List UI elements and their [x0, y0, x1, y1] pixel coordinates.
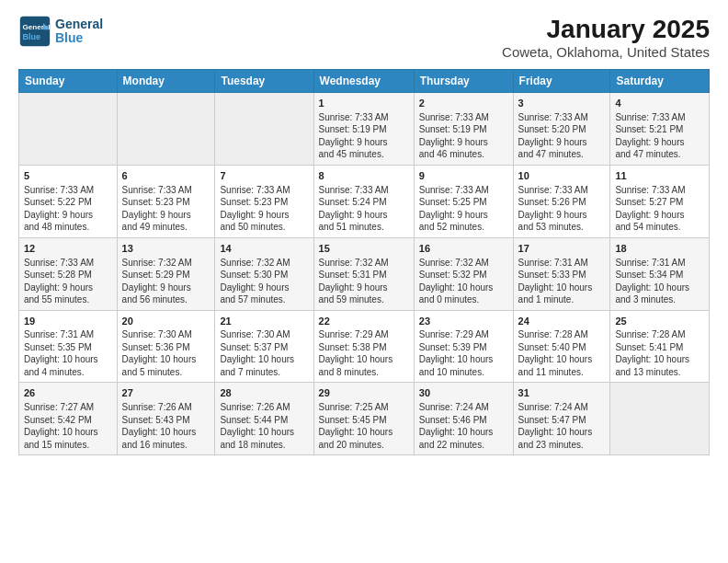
- day-info: Sunrise: 7:33 AM Sunset: 5:24 PM Dayligh…: [319, 184, 409, 234]
- day-number: 23: [419, 315, 508, 328]
- day-number: 2: [419, 97, 508, 110]
- weekday-header-sunday: Sunday: [19, 70, 118, 93]
- calendar-cell: 29Sunrise: 7:25 AM Sunset: 5:45 PM Dayli…: [313, 383, 414, 455]
- day-number: 14: [220, 242, 308, 256]
- day-info: Sunrise: 7:33 AM Sunset: 5:22 PM Dayligh…: [24, 184, 112, 234]
- calendar-week-5: 26Sunrise: 7:27 AM Sunset: 5:42 PM Dayli…: [19, 383, 710, 455]
- day-info: Sunrise: 7:33 AM Sunset: 5:27 PM Dayligh…: [615, 184, 704, 234]
- logo-text: General Blue: [55, 17, 103, 46]
- calendar-cell: 30Sunrise: 7:24 AM Sunset: 5:46 PM Dayli…: [414, 383, 513, 455]
- logo: General Blue General Blue: [18, 15, 103, 48]
- day-info: Sunrise: 7:31 AM Sunset: 5:33 PM Dayligh…: [518, 257, 606, 306]
- calendar-cell: 12Sunrise: 7:33 AM Sunset: 5:28 PM Dayli…: [19, 237, 118, 310]
- calendar-table: SundayMondayTuesdayWednesdayThursdayFrid…: [18, 69, 710, 455]
- calendar-cell: 8Sunrise: 7:33 AM Sunset: 5:24 PM Daylig…: [313, 165, 414, 237]
- day-number: 27: [122, 386, 210, 400]
- day-info: Sunrise: 7:32 AM Sunset: 5:32 PM Dayligh…: [419, 257, 508, 306]
- day-info: Sunrise: 7:24 AM Sunset: 5:47 PM Dayligh…: [518, 401, 606, 451]
- day-info: Sunrise: 7:31 AM Sunset: 5:35 PM Dayligh…: [24, 328, 112, 378]
- day-number: 11: [615, 169, 704, 183]
- day-number: 6: [122, 169, 210, 183]
- day-info: Sunrise: 7:29 AM Sunset: 5:39 PM Dayligh…: [419, 328, 508, 378]
- day-number: 9: [419, 169, 508, 183]
- day-number: 30: [419, 386, 508, 400]
- calendar-cell: 13Sunrise: 7:32 AM Sunset: 5:29 PM Dayli…: [117, 237, 215, 310]
- calendar-cell: 31Sunrise: 7:24 AM Sunset: 5:47 PM Dayli…: [513, 383, 610, 455]
- day-number: 26: [24, 386, 112, 400]
- day-info: Sunrise: 7:24 AM Sunset: 5:46 PM Dayligh…: [419, 401, 508, 451]
- calendar-cell: 19Sunrise: 7:31 AM Sunset: 5:35 PM Dayli…: [19, 310, 118, 383]
- day-info: Sunrise: 7:33 AM Sunset: 5:26 PM Dayligh…: [518, 184, 606, 234]
- calendar-cell: 1Sunrise: 7:33 AM Sunset: 5:19 PM Daylig…: [313, 93, 414, 166]
- calendar-cell: 25Sunrise: 7:28 AM Sunset: 5:41 PM Dayli…: [610, 310, 710, 383]
- day-number: 7: [220, 169, 308, 183]
- day-info: Sunrise: 7:33 AM Sunset: 5:21 PM Dayligh…: [615, 111, 704, 161]
- weekday-header-friday: Friday: [513, 70, 610, 93]
- calendar-cell: 24Sunrise: 7:28 AM Sunset: 5:40 PM Dayli…: [513, 310, 610, 383]
- day-number: 16: [419, 242, 508, 256]
- day-info: Sunrise: 7:33 AM Sunset: 5:28 PM Dayligh…: [24, 257, 112, 306]
- day-number: 12: [24, 242, 112, 256]
- calendar-cell: 17Sunrise: 7:31 AM Sunset: 5:33 PM Dayli…: [513, 237, 610, 310]
- calendar-week-2: 5Sunrise: 7:33 AM Sunset: 5:22 PM Daylig…: [19, 165, 710, 237]
- logo-icon: General Blue: [18, 15, 51, 48]
- day-number: 3: [518, 97, 606, 110]
- day-info: Sunrise: 7:30 AM Sunset: 5:37 PM Dayligh…: [220, 328, 308, 378]
- calendar-cell: 27Sunrise: 7:26 AM Sunset: 5:43 PM Dayli…: [117, 383, 215, 455]
- calendar-cell: 23Sunrise: 7:29 AM Sunset: 5:39 PM Dayli…: [414, 310, 513, 383]
- calendar-cell: 15Sunrise: 7:32 AM Sunset: 5:31 PM Dayli…: [313, 237, 414, 310]
- page-container: General Blue General Blue January 2025 C…: [0, 0, 728, 465]
- day-info: Sunrise: 7:33 AM Sunset: 5:23 PM Dayligh…: [122, 184, 210, 234]
- calendar-title: January 2025: [502, 15, 710, 44]
- calendar-cell: 21Sunrise: 7:30 AM Sunset: 5:37 PM Dayli…: [215, 310, 313, 383]
- day-number: 4: [615, 97, 704, 110]
- day-number: 10: [518, 169, 606, 183]
- day-number: 21: [220, 315, 308, 328]
- day-number: 8: [319, 169, 409, 183]
- day-number: 28: [220, 386, 308, 400]
- logo-blue: Blue: [55, 31, 103, 45]
- calendar-header-row: SundayMondayTuesdayWednesdayThursdayFrid…: [19, 70, 710, 93]
- calendar-cell: 4Sunrise: 7:33 AM Sunset: 5:21 PM Daylig…: [610, 93, 710, 166]
- day-info: Sunrise: 7:29 AM Sunset: 5:38 PM Dayligh…: [319, 328, 409, 378]
- day-info: Sunrise: 7:28 AM Sunset: 5:40 PM Dayligh…: [518, 328, 606, 378]
- calendar-cell: 22Sunrise: 7:29 AM Sunset: 5:38 PM Dayli…: [313, 310, 414, 383]
- calendar-cell: 7Sunrise: 7:33 AM Sunset: 5:23 PM Daylig…: [215, 165, 313, 237]
- day-info: Sunrise: 7:33 AM Sunset: 5:19 PM Dayligh…: [419, 111, 508, 161]
- calendar-cell: [610, 383, 710, 455]
- weekday-header-monday: Monday: [117, 70, 215, 93]
- calendar-cell: 2Sunrise: 7:33 AM Sunset: 5:19 PM Daylig…: [414, 93, 513, 166]
- svg-text:Blue: Blue: [23, 32, 41, 41]
- day-info: Sunrise: 7:30 AM Sunset: 5:36 PM Dayligh…: [122, 328, 210, 378]
- calendar-cell: 14Sunrise: 7:32 AM Sunset: 5:30 PM Dayli…: [215, 237, 313, 310]
- day-info: Sunrise: 7:26 AM Sunset: 5:43 PM Dayligh…: [122, 401, 210, 451]
- calendar-cell: [215, 93, 313, 166]
- calendar-cell: 5Sunrise: 7:33 AM Sunset: 5:22 PM Daylig…: [19, 165, 118, 237]
- day-info: Sunrise: 7:32 AM Sunset: 5:31 PM Dayligh…: [319, 257, 409, 306]
- day-info: Sunrise: 7:28 AM Sunset: 5:41 PM Dayligh…: [615, 328, 704, 378]
- header: General Blue General Blue January 2025 C…: [18, 15, 710, 60]
- day-number: 29: [319, 386, 409, 400]
- calendar-cell: 20Sunrise: 7:30 AM Sunset: 5:36 PM Dayli…: [117, 310, 215, 383]
- weekday-header-wednesday: Wednesday: [313, 70, 414, 93]
- logo-general: General: [55, 17, 103, 31]
- day-info: Sunrise: 7:33 AM Sunset: 5:19 PM Dayligh…: [319, 111, 409, 161]
- day-number: 31: [518, 386, 606, 400]
- day-info: Sunrise: 7:25 AM Sunset: 5:45 PM Dayligh…: [319, 401, 409, 451]
- calendar-cell: 6Sunrise: 7:33 AM Sunset: 5:23 PM Daylig…: [117, 165, 215, 237]
- day-number: 5: [24, 169, 112, 183]
- day-info: Sunrise: 7:32 AM Sunset: 5:29 PM Dayligh…: [122, 257, 210, 306]
- day-number: 25: [615, 315, 704, 328]
- day-number: 17: [518, 242, 606, 256]
- calendar-cell: 26Sunrise: 7:27 AM Sunset: 5:42 PM Dayli…: [19, 383, 118, 455]
- day-number: 20: [122, 315, 210, 328]
- calendar-week-1: 1Sunrise: 7:33 AM Sunset: 5:19 PM Daylig…: [19, 93, 710, 166]
- calendar-cell: [19, 93, 118, 166]
- calendar-cell: 11Sunrise: 7:33 AM Sunset: 5:27 PM Dayli…: [610, 165, 710, 237]
- day-info: Sunrise: 7:33 AM Sunset: 5:23 PM Dayligh…: [220, 184, 308, 234]
- day-number: 15: [319, 242, 409, 256]
- calendar-cell: 28Sunrise: 7:26 AM Sunset: 5:44 PM Dayli…: [215, 383, 313, 455]
- day-number: 18: [615, 242, 704, 256]
- day-info: Sunrise: 7:31 AM Sunset: 5:34 PM Dayligh…: [615, 257, 704, 306]
- day-number: 13: [122, 242, 210, 256]
